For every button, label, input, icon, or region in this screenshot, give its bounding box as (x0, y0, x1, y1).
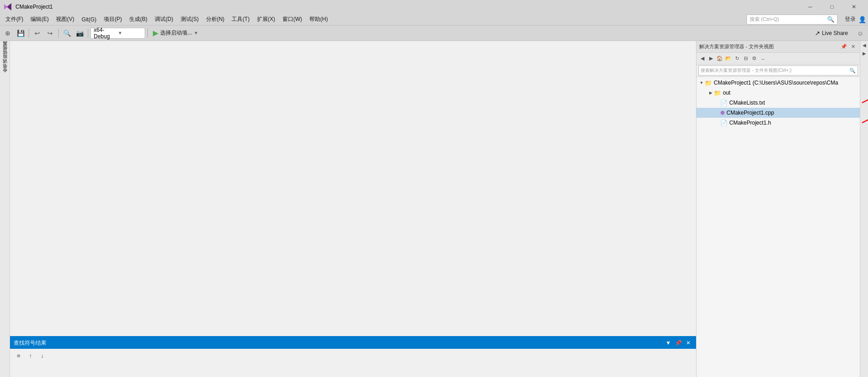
sol-refresh-btn[interactable]: ↻ (733, 55, 741, 63)
live-share-icon: ↗ (815, 30, 820, 37)
bottom-panel-header: 查找符号结果 ▼ 📌 ✕ (10, 337, 696, 349)
menu-bar: 文件(F) 编辑(E) 视图(V) Git(G) 项目(P) 生成(B) 调试(… (0, 14, 868, 25)
sol-pin-btn[interactable]: 📌 (840, 43, 848, 51)
build-config-label: x64-Debug (94, 27, 118, 40)
bottom-panel: 查找符号结果 ▼ 📌 ✕ ≡ ↑ ↓ (10, 336, 696, 377)
camera-button[interactable]: 📷 (74, 27, 86, 39)
h-file-icon: 📄 (720, 120, 727, 126)
sol-folder-btn[interactable]: 📂 (724, 55, 732, 63)
menu-test[interactable]: 测试(S) (177, 15, 202, 24)
minimize-button[interactable]: ─ (800, 0, 821, 14)
separator-4 (147, 29, 148, 38)
bottom-panel-controls: ▼ 📌 ✕ (664, 339, 692, 347)
build-config-dropdown[interactable]: x64-Debug ▼ (91, 28, 145, 39)
menu-edit[interactable]: 编辑(E) (27, 15, 52, 24)
activity-output[interactable]: 输出 (1, 61, 9, 65)
sol-collapse-btn[interactable]: ⊟ (742, 55, 750, 63)
tree-root-label: CMakeProject1 (C:\Users\ASUS\source\repo… (714, 80, 838, 86)
separator-2 (58, 29, 59, 38)
editor-content (10, 41, 696, 336)
panel-up-btn[interactable]: ↑ (25, 351, 35, 361)
activity-bar: 视图 工具箱 属性 错误 输出 调试 书签 命令 (0, 41, 10, 377)
menu-analyze[interactable]: 分析(N) (202, 15, 228, 24)
activity-bookmarks[interactable]: 书签 (1, 70, 9, 74)
tree-cmake-h[interactable]: ▶ 📄 CMakeProject1.h (696, 118, 860, 128)
panel-close-btn[interactable]: ✕ (684, 339, 692, 347)
panel-down-btn[interactable]: ↓ (37, 351, 47, 361)
out-expand-icon: ▶ (707, 90, 714, 95)
search-placeholder: 搜索 (Ctrl+Q) (750, 16, 827, 23)
separator-3 (88, 29, 88, 38)
tree-cmakelists[interactable]: ▶ 📄 CMakeLists.txt (696, 98, 860, 108)
panel-dropdown-btn[interactable]: ▼ (664, 339, 672, 347)
search-box[interactable]: 搜索 (Ctrl+Q) 🔍 (747, 15, 838, 25)
activity-view[interactable]: 视图 (1, 43, 9, 46)
menu-extensions[interactable]: 扩展(X) (253, 15, 279, 24)
activity-cmd[interactable]: 命令 (1, 75, 9, 78)
sol-home-btn[interactable]: 🏠 (716, 55, 724, 63)
live-share-label: Live Share (822, 30, 848, 36)
right-expand-btn[interactable]: ▶ (860, 49, 868, 57)
vs-logo-icon (4, 3, 12, 11)
activity-toolbox[interactable]: 工具箱 (1, 47, 9, 51)
cmakelists-file-icon: 📄 (720, 100, 727, 106)
panel-list-btn[interactable]: ≡ (14, 351, 24, 361)
menu-view[interactable]: 视图(V) (52, 15, 78, 24)
menu-debug[interactable]: 调试(D) (151, 15, 177, 24)
file-tree: ▼ 📁 CMakeProject1 (C:\Users\ASUS\source\… (696, 77, 860, 377)
new-button[interactable]: ⊕ (2, 27, 14, 39)
run-button[interactable]: ▶ 选择启动项... ▼ (150, 28, 201, 38)
live-share-button[interactable]: ↗ Live Share (811, 29, 852, 38)
sol-settings-btn[interactable]: ⚙ (750, 55, 758, 63)
title-bar-left: CMakeProject1 (4, 3, 53, 11)
editor-area: 查找符号结果 ▼ 📌 ✕ ≡ ↑ ↓ (10, 41, 696, 377)
menu-tools[interactable]: 工具(T) (228, 15, 253, 24)
login-label[interactable]: 登录 (842, 15, 858, 23)
solution-search-placeholder: 搜索解决方案资源管理器 - 文件夹视图(Ctrl+;) (701, 67, 849, 74)
menu-git[interactable]: Git(G) (78, 15, 100, 24)
cpp-file-icon: ⊕ (720, 110, 725, 116)
menu-help[interactable]: 帮助(H) (306, 15, 332, 24)
root-folder-icon: 📁 (705, 80, 712, 86)
tree-root[interactable]: ▼ 📁 CMakeProject1 (C:\Users\ASUS\source\… (696, 78, 860, 88)
user-icon: 👤 (858, 16, 866, 23)
run-dropdown-arrow: ▼ (194, 30, 198, 35)
solution-panel-header: 解决方案资源管理器 - 文件夹视图 📌 ✕ (696, 41, 860, 53)
separator-1 (29, 29, 29, 38)
menu-window[interactable]: 窗口(W) (279, 15, 306, 24)
activity-debug[interactable]: 调试 (1, 65, 9, 69)
tree-cmake-cpp-label: CMakeProject1.cpp (727, 110, 774, 116)
activity-props[interactable]: 属性 (1, 52, 9, 55)
title-bar: CMakeProject1 ─ □ ✕ (0, 0, 868, 14)
tree-cmake-cpp[interactable]: ▶ ⊕ CMakeProject1.cpp (696, 108, 860, 118)
solution-panel-buttons: 📌 ✕ (840, 43, 857, 51)
solution-panel: 解决方案资源管理器 - 文件夹视图 📌 ✕ ◀ ▶ 🏠 📂 ↻ ⊟ ⚙ – 搜索… (696, 41, 860, 377)
maximize-button[interactable]: □ (822, 0, 843, 14)
redo-button[interactable]: ↪ (44, 27, 56, 39)
right-collapse-btn[interactable]: ◀ (860, 41, 868, 49)
save-button[interactable]: 💾 (15, 27, 26, 39)
panel-pin-btn[interactable]: 📌 (674, 339, 682, 347)
find-button[interactable]: 🔍 (61, 27, 73, 39)
sol-menu-btn[interactable]: – (759, 55, 767, 63)
title-bar-title: CMakeProject1 (15, 4, 53, 10)
menu-file[interactable]: 文件(F) (2, 15, 27, 24)
play-icon: ▶ (153, 29, 158, 37)
sol-back-btn[interactable]: ◀ (698, 55, 707, 63)
menu-build[interactable]: 生成(B) (126, 15, 151, 24)
sol-close-btn[interactable]: ✕ (849, 43, 857, 51)
tree-out-folder[interactable]: ▶ 📁 out (696, 88, 860, 98)
run-label: 选择启动项... (160, 29, 192, 37)
root-collapse-icon: ▼ (698, 80, 705, 85)
main-content: 视图 工具箱 属性 错误 输出 调试 书签 命令 查找符号结果 ▼ 📌 ✕ ≡ … (0, 41, 868, 377)
bottom-panel-toolbar: ≡ ↑ ↓ (10, 349, 696, 362)
bottom-panel-title: 查找符号结果 (14, 339, 664, 347)
tree-cmake-h-label: CMakeProject1.h (729, 120, 771, 126)
solution-search-input[interactable]: 搜索解决方案资源管理器 - 文件夹视图(Ctrl+;) 🔍 (698, 65, 858, 75)
menu-project[interactable]: 项目(P) (100, 15, 126, 24)
close-button[interactable]: ✕ (843, 0, 864, 14)
activity-errors[interactable]: 错误 (1, 56, 9, 60)
undo-button[interactable]: ↩ (31, 27, 43, 39)
feedback-button[interactable]: ☺ (854, 27, 866, 39)
sol-forward-btn[interactable]: ▶ (707, 55, 715, 63)
